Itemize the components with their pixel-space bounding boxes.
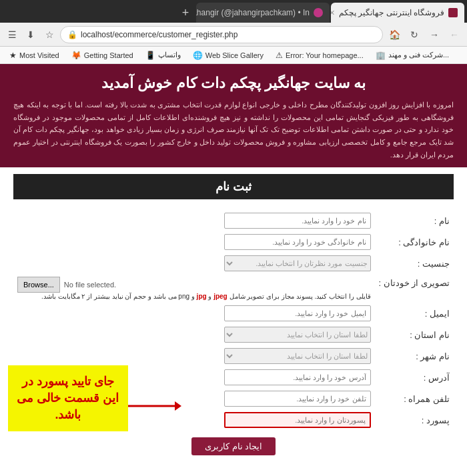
site-title: به سایت جهانگیر پچکم دات کام خوش آمدید — [13, 75, 454, 92]
address-bar[interactable]: 🔒 localhost/ecommerce/customer_register.… — [60, 26, 383, 43]
label-email: ایمیل — [375, 303, 454, 324]
table-row: نام خانوادگی — [13, 231, 454, 253]
nav-icons: ☆ ⬇ ☰ — [4, 27, 57, 43]
whatsapp-icon: 📱 — [145, 51, 155, 60]
bookmark-most-visited[interactable]: ★ Most Visited — [4, 49, 65, 61]
submit-button[interactable]: ایجاد نام کاربری — [191, 437, 276, 455]
table-row: جنسیت جنسیت مورد نظرتان را انتخاب نمایید… — [13, 253, 454, 274]
file-ext-jpeg: jpeg — [213, 293, 227, 300]
annotation-arrow — [128, 399, 181, 415]
browser-chrome: فروشگاه اینترنتی جهانگیر پچکم ✕ jahangir… — [0, 0, 467, 64]
last-name-input[interactable] — [224, 234, 371, 250]
label-city: نام شهر — [375, 345, 454, 367]
bookmark-label-2: Getting Started — [84, 51, 133, 59]
reload-button[interactable]: ↻ — [406, 26, 423, 43]
bookmark-label-1: Most Visited — [19, 51, 59, 59]
first-name-input[interactable] — [224, 213, 371, 229]
tab-bar: فروشگاه اینترنتی جهانگیر پچکم ✕ jahangir… — [0, 0, 467, 23]
back-button[interactable]: ← — [446, 26, 463, 43]
tab-2[interactable]: jahangir (@jahangirpachkam) • In... ✕ — [196, 3, 330, 23]
address-input[interactable] — [224, 369, 371, 385]
table-row: نام استان لطفا استان را انتخاب نمایید — [13, 324, 454, 345]
site-description: امروزه با افزایش روز افزون تولیدکنندگان … — [13, 99, 454, 161]
label-password: پسورد — [375, 409, 454, 431]
table-row: نام شهر لطفا استان را انتخاب نمایید — [13, 345, 454, 367]
file-input-row: Browse... No file selected. — [17, 277, 371, 293]
bookmarks-icon[interactable]: ☆ — [41, 27, 57, 43]
new-tab-button[interactable]: + — [176, 3, 195, 22]
phone-input[interactable] — [224, 391, 371, 407]
table-row: تصویری از خودتان Browse... No file selec… — [13, 274, 454, 303]
nav-bar: ← → ↻ 🏠 🔒 localhost/ecommerce/customer_r… — [0, 23, 467, 47]
submit-row: ایجاد نام کاربری — [13, 437, 454, 455]
tab-label-2: jahangir (@jahangirpachkam) • In... — [196, 8, 310, 17]
bookmark-web-slice[interactable]: 🌐 Web Slice Gallery — [187, 49, 269, 61]
page-content: به سایت جهانگیر پچکم دات کام خوش آمدید ا… — [0, 64, 467, 476]
table-row: ایمیل — [13, 303, 454, 324]
bookmark-whatsapp[interactable]: 📱 واتساپ — [140, 49, 186, 61]
tab-label-1: فروشگاه اینترنتی جهانگیر پچکم — [339, 8, 444, 17]
address-text: localhost/ecommerce/customer_register.ph… — [81, 30, 376, 39]
tab-active[interactable]: فروشگاه اینترنتی جهانگیر پچکم ✕ — [331, 3, 464, 23]
province-select[interactable]: لطفا استان را انتخاب نمایید — [224, 327, 371, 343]
bookmark-getting-started[interactable]: 🦊 Getting Started — [66, 49, 139, 61]
label-phone: تلفن همراه — [375, 388, 454, 409]
most-visited-icon: ★ — [9, 51, 17, 60]
error-icon: ⚠ — [276, 51, 283, 60]
home-button[interactable]: 🏠 — [386, 26, 403, 43]
annotation-text: جای تایید پسورد در این قسمت خالی می باشد… — [17, 375, 119, 421]
site-header: به سایت جهانگیر پچکم دات کام خوش آمدید ا… — [0, 64, 467, 167]
bookmarks-bar: ★ Most Visited 🦊 Getting Started 📱 واتسا… — [0, 47, 467, 64]
menu-icon[interactable]: ☰ — [4, 27, 20, 43]
file-note: قایلی را انتخاب کنید. پسوند مجاز برای تص… — [17, 293, 371, 300]
city-select[interactable]: لطفا استان را انتخاب نمایید — [224, 348, 371, 364]
label-province: نام استان — [375, 324, 454, 345]
label-photo: تصویری از خودتان — [375, 274, 454, 303]
form-section: ثبت نام نام نام خانوادگی — [0, 167, 467, 469]
lock-icon: 🔒 — [67, 30, 77, 39]
web-slice-icon: 🌐 — [193, 51, 203, 60]
file-no-selected-text: No file selected. — [64, 281, 116, 289]
downloads-icon[interactable]: ⬇ — [23, 27, 39, 43]
bookmark-label-6: شرکت فنی و مهند... — [388, 51, 449, 59]
gender-select[interactable]: جنسیت مورد نظرتان را انتخاب نمایید. مرد … — [224, 255, 371, 271]
bookmark-label-5: Error: Your homepage... — [286, 51, 364, 59]
table-row: نام — [13, 210, 454, 231]
annotation-box: جای تایید پسورد در این قسمت خالی می باشد… — [8, 365, 128, 432]
bookmark-label-4: Web Slice Gallery — [205, 51, 264, 59]
label-gender: جنسیت — [375, 253, 454, 274]
file-ext-jpg: jpg — [197, 293, 207, 300]
svg-marker-1 — [175, 401, 181, 411]
form-title: ثبت نام — [13, 174, 454, 199]
password-input[interactable] — [224, 412, 371, 428]
bookmark-company[interactable]: 🏢 شرکت فنی و مهند... — [370, 49, 454, 61]
label-address: آدرس — [375, 367, 454, 388]
tab-favicon-1 — [448, 8, 458, 17]
company-icon: 🏢 — [376, 51, 386, 60]
label-first-name: نام — [375, 210, 454, 231]
forward-button[interactable]: → — [426, 26, 443, 43]
bookmark-error[interactable]: ⚠ Error: Your homepage... — [270, 49, 369, 61]
tab-favicon-2 — [314, 8, 323, 17]
email-input[interactable] — [224, 305, 371, 321]
browse-button[interactable]: Browse... — [17, 277, 60, 293]
label-last-name: نام خانوادگی — [375, 231, 454, 253]
bookmark-label-3: واتساپ — [158, 51, 181, 59]
tab-close-1[interactable]: ✕ — [331, 9, 335, 17]
firefox-icon: 🦊 — [71, 51, 81, 60]
